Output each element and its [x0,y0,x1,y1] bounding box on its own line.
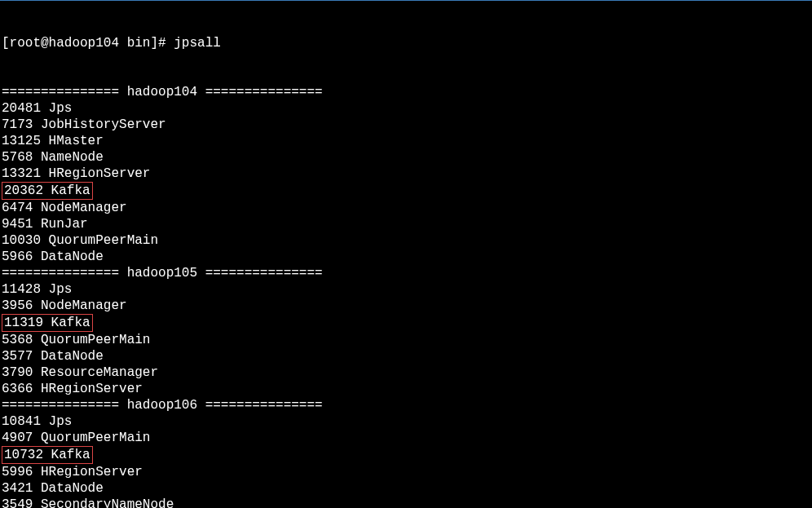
process-line: 7173 JobHistoryServer [2,117,810,133]
command-text: jpsall [174,35,221,51]
command-line: [root@hadoop104 bin]# jpsall [2,35,810,51]
process-line: 6366 HRegionServer [2,381,810,397]
process-line: 3421 DataNode [2,480,810,497]
host-separator: =============== hadoop105 ==============… [2,265,810,281]
process-line: 9451 RunJar [2,216,810,232]
process-line: 6474 NodeManager [2,200,810,216]
process-line: 3956 NodeManager [2,298,810,314]
process-line: 20481 Jps [2,100,810,117]
process-line: 20362 Kafka [2,182,810,200]
process-line: 10030 QuorumPeerMain [2,232,810,249]
host-separator: =============== hadoop104 ==============… [2,84,810,100]
highlighted-process: 20362 Kafka [2,182,93,200]
process-line: 13321 HRegionServer [2,166,810,182]
highlighted-process: 11319 Kafka [2,314,93,332]
process-line: 3577 DataNode [2,348,810,364]
process-line: 5996 HRegionServer [2,464,810,480]
process-line: 4907 QuorumPeerMain [2,430,810,446]
process-line: 3549 SecondaryNameNode [2,497,810,508]
process-line: 5768 NameNode [2,149,810,166]
host-separator: =============== hadoop106 ==============… [2,397,810,413]
process-line: 10732 Kafka [2,446,810,464]
terminal-output[interactable]: [root@hadoop104 bin]# jpsall ===========… [2,2,810,508]
process-line: 5966 DataNode [2,249,810,265]
process-line: 13125 HMaster [2,133,810,149]
process-line: 5368 QuorumPeerMain [2,332,810,348]
shell-prompt: [root@hadoop104 bin]# [2,35,174,51]
process-line: 11319 Kafka [2,314,810,332]
process-line: 10841 Jps [2,413,810,430]
process-line: 3790 ResourceManager [2,364,810,381]
process-line: 11428 Jps [2,281,810,298]
output-container: =============== hadoop104 ==============… [2,84,810,508]
highlighted-process: 10732 Kafka [2,446,93,464]
